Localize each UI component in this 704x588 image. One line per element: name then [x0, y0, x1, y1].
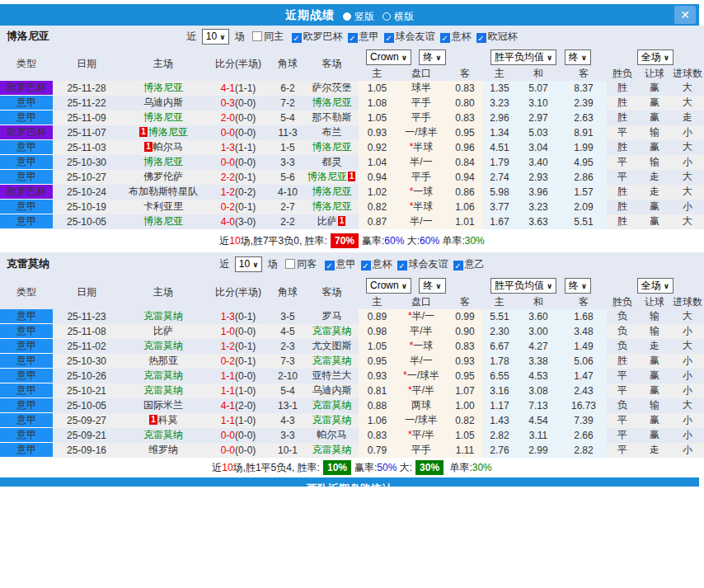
cell-mean-home: 1.79 [483, 155, 516, 170]
league-label[interactable]: 球会友谊 [396, 31, 435, 42]
close-icon[interactable]: ✕ [674, 6, 696, 24]
scope-select[interactable]: 全场∨ [637, 278, 673, 294]
cell-home-team: 1博洛尼亚 [120, 125, 206, 140]
league-checkbox[interactable]: ✓ [440, 33, 450, 43]
cell-result: 平 [607, 155, 638, 170]
mean-final-select[interactable]: 终∨ [565, 278, 591, 294]
cell-corners: 4-5 [270, 324, 305, 339]
half-time-score: (0-1) [235, 341, 256, 352]
cell-handicap: *一球 [396, 339, 447, 354]
league-checkbox[interactable]: ✓ [453, 261, 463, 270]
cell-odds-home: 0.81 [359, 383, 396, 398]
league-checkbox[interactable]: ✓ [476, 33, 486, 43]
cell-league: 欧罗巴杯 [0, 185, 53, 200]
league-checkbox[interactable]: ✓ [348, 33, 358, 43]
col-odds-away: 客 [447, 295, 483, 309]
cell-away-team: 克雷莫纳 [305, 413, 359, 428]
league-label[interactable]: 球会友谊 [409, 258, 448, 270]
league-label[interactable]: 意乙 [465, 258, 485, 270]
league-label[interactable]: 意杯 [373, 258, 392, 270]
cell-odds-away: 1.01 [447, 214, 483, 229]
odds-provider-select[interactable]: Crown∨ [366, 49, 411, 65]
cell-result: 平 [607, 428, 638, 443]
chevron-down-icon: ∨ [435, 282, 441, 290]
cell-mean-draw: 2.97 [516, 111, 561, 125]
half-time-score: (0-0) [235, 326, 256, 337]
odds-final-select[interactable]: 终∨ [419, 278, 445, 294]
league-label[interactable]: 欧罗巴杯 [303, 31, 343, 42]
chevron-down-icon: ∨ [435, 54, 441, 62]
team-name: 克雷莫纳 [7, 252, 49, 275]
mean-provider-select[interactable]: 胜平负均值∨ [490, 278, 556, 294]
cell-mean-away: 2.43 [561, 383, 607, 398]
league-checkbox[interactable]: ✓ [397, 261, 407, 270]
horizontal-layout-label[interactable]: 横版 [394, 11, 414, 22]
odds-final-select[interactable]: 终∨ [419, 49, 445, 65]
cell-result: 平 [607, 443, 638, 458]
league-checkbox[interactable]: ✓ [325, 261, 335, 270]
cell-handicap-result: 赢 [638, 214, 671, 229]
cell-odds-away: 1.00 [447, 398, 483, 413]
recent-count-select[interactable]: 10∨ [235, 256, 263, 272]
league-label[interactable]: 意甲 [359, 31, 379, 42]
scope-select[interactable]: 全场∨ [637, 49, 673, 65]
same-side-label[interactable]: 同客 [297, 258, 317, 270]
league-label[interactable]: 意甲 [336, 258, 356, 270]
cell-handicap-result: 走 [638, 443, 671, 458]
cell-away-team: 克雷莫纳 [305, 324, 359, 339]
recent-count-select[interactable]: 10∨ [202, 29, 230, 45]
summary-part: 50% [377, 462, 397, 473]
cell-handicap-result: 赢 [638, 428, 671, 443]
cell-odds-away: 1.11 [447, 443, 483, 458]
cell-result: 平 [607, 383, 638, 398]
cell-mean-draw: 2.93 [516, 170, 561, 185]
same-side-checkbox[interactable] [252, 31, 262, 41]
mean-final-select[interactable]: 终∨ [565, 49, 591, 65]
cell-date: 25-10-05 [53, 214, 120, 229]
col-away: 客场 [305, 47, 359, 81]
col-mean-away: 客 [561, 295, 607, 309]
cell-league: 欧罗巴杯 [0, 81, 53, 96]
away-team-name: 博洛尼亚 [307, 171, 347, 182]
full-time-score: 1-1 [221, 415, 235, 426]
same-side-checkbox[interactable] [285, 259, 295, 269]
league-checkbox[interactable]: ✓ [361, 261, 371, 270]
summary-part: 场,胜7平3负0, 胜率: [241, 235, 327, 247]
summary-part: 赢率: [354, 462, 377, 473]
cell-score: 0-0(0-0) [206, 125, 270, 140]
cell-corners: 5-4 [270, 111, 305, 125]
summary-part: 场,胜1平5负4, 胜率: [233, 462, 320, 473]
cell-handicap: 一/球半 [396, 125, 447, 140]
cell-mean-draw: 3.11 [516, 428, 561, 443]
cell-home-team: 比萨 [120, 324, 206, 339]
half-time-score: (3-0) [235, 216, 256, 228]
cell-mean-away: 7.39 [561, 413, 607, 428]
away-team-name: 乌迪内斯 [312, 384, 352, 396]
league-checkbox[interactable]: ✓ [292, 33, 302, 43]
league-label[interactable]: 意杯 [452, 31, 472, 42]
cell-handicap: 一/球半 [396, 413, 447, 428]
mean-provider-select[interactable]: 胜平负均值∨ [490, 49, 556, 65]
home-team-name: 热那亚 [148, 355, 178, 366]
full-time-score: 1-3 [221, 142, 235, 153]
cell-date: 25-11-28 [53, 81, 120, 96]
vertical-layout-radio[interactable] [343, 12, 351, 21]
cell-goals-result: 大 [671, 185, 704, 200]
cell-goals-result: 大 [671, 398, 704, 413]
horizontal-layout-radio[interactable] [383, 12, 391, 21]
league-label[interactable]: 欧冠杯 [488, 31, 518, 42]
cell-away-team: 博洛尼亚 [305, 96, 359, 111]
odds-provider-select[interactable]: Crown∨ [366, 278, 411, 294]
cell-mean-away: 1.57 [561, 185, 607, 200]
vertical-layout-label[interactable]: 竖版 [354, 11, 374, 22]
match-row: 意甲25-11-09博洛尼亚2-0(0-0)5-4那不勒斯1.05平手0.832… [0, 111, 704, 125]
cell-result: 平 [607, 413, 638, 428]
league-checkbox[interactable]: ✓ [384, 33, 394, 43]
cell-away-team: 都灵 [305, 155, 359, 170]
match-row: 意甲25-11-08比萨1-0(0-0)4-5克雷莫纳0.98平/半0.902.… [0, 324, 704, 339]
col-handicap-result: 让球 [638, 295, 671, 309]
cell-mean-away: 2.09 [561, 200, 607, 214]
same-side-label[interactable]: 同主 [264, 31, 284, 42]
cell-home-team: 克雷莫纳 [120, 369, 206, 383]
summary-part: 10 [229, 235, 240, 247]
